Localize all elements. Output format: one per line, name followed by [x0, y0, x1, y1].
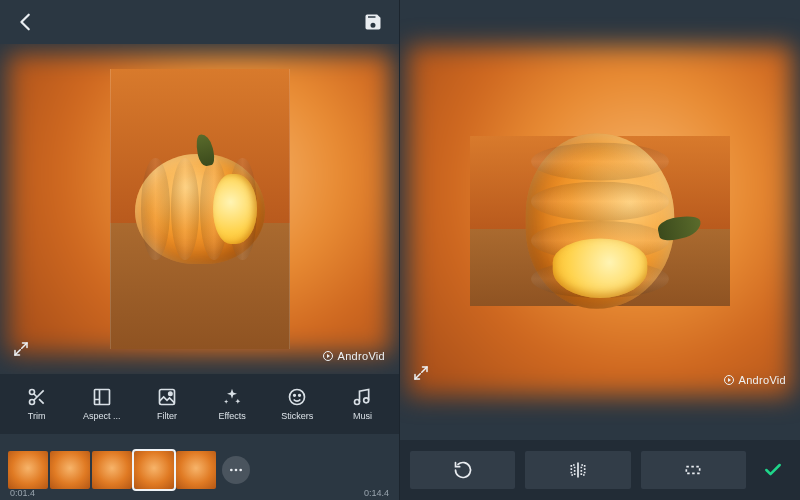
expand-icon[interactable] [12, 340, 30, 362]
svg-point-5 [169, 392, 172, 395]
preview-stage[interactable]: AndroVid [0, 44, 399, 374]
confirm-button[interactable] [756, 451, 790, 489]
expand-icon[interactable] [412, 364, 430, 386]
video-frame-rotated [470, 136, 730, 306]
tool-aspect[interactable]: Aspect ... [69, 387, 134, 421]
svg-rect-3 [94, 390, 109, 405]
tool-effects[interactable]: Effects [200, 387, 265, 421]
timeline-labels: 0:01.4 0:14.4 [10, 488, 389, 498]
tool-label: Stickers [281, 411, 313, 421]
tool-trim[interactable]: Trim [4, 387, 69, 421]
rotate-panel: AndroVid [400, 0, 800, 500]
tool-row: Trim Aspect ... Filter Effects Stickers … [0, 374, 399, 434]
crop-button[interactable] [641, 451, 746, 489]
tool-stickers[interactable]: Stickers [265, 387, 330, 421]
svg-point-8 [299, 395, 301, 397]
svg-point-11 [230, 469, 233, 472]
tool-label: Effects [218, 411, 245, 421]
timeline-thumb[interactable] [8, 451, 48, 489]
watermark-text: AndroVid [739, 374, 786, 386]
preview-canvas [110, 69, 290, 349]
save-button[interactable] [359, 8, 387, 36]
tool-label: Trim [28, 411, 46, 421]
svg-point-9 [355, 400, 360, 405]
time-start: 0:01.4 [10, 488, 35, 498]
rotate-controls [400, 440, 800, 500]
time-end: 0:14.4 [364, 488, 389, 498]
back-button[interactable] [12, 8, 40, 36]
rotate-button[interactable] [410, 451, 515, 489]
svg-point-10 [364, 398, 369, 403]
svg-point-7 [294, 395, 296, 397]
tool-music[interactable]: Musi [330, 387, 395, 421]
timeline-more-button[interactable] [222, 456, 250, 484]
timeline[interactable]: 0:01.4 0:14.4 [0, 434, 399, 500]
flip-button[interactable] [525, 451, 630, 489]
svg-rect-4 [159, 390, 174, 405]
editor-main-panel: AndroVid Trim Aspect ... Filter Effects … [0, 0, 400, 500]
tool-filter[interactable]: Filter [134, 387, 199, 421]
tool-label: Filter [157, 411, 177, 421]
tool-label: Musi [353, 411, 372, 421]
svg-point-2 [29, 400, 34, 405]
svg-point-6 [290, 390, 305, 405]
tool-label: Aspect ... [83, 411, 121, 421]
watermark: AndroVid [723, 374, 786, 386]
timeline-thumb-selected[interactable] [134, 451, 174, 489]
svg-rect-15 [687, 467, 700, 474]
svg-point-1 [29, 390, 34, 395]
timeline-thumb[interactable] [50, 451, 90, 489]
rotate-preview-stage[interactable]: AndroVid [400, 16, 800, 426]
timeline-thumb[interactable] [176, 451, 216, 489]
preview-canvas [410, 81, 790, 361]
timeline-thumb[interactable] [92, 451, 132, 489]
video-frame [110, 69, 290, 349]
watermark-text: AndroVid [338, 350, 385, 362]
svg-point-13 [239, 469, 242, 472]
watermark: AndroVid [322, 350, 385, 362]
subject-pumpkin [135, 154, 265, 264]
subject-pumpkin-rotated [526, 133, 675, 309]
svg-point-12 [235, 469, 238, 472]
topbar [0, 0, 399, 44]
